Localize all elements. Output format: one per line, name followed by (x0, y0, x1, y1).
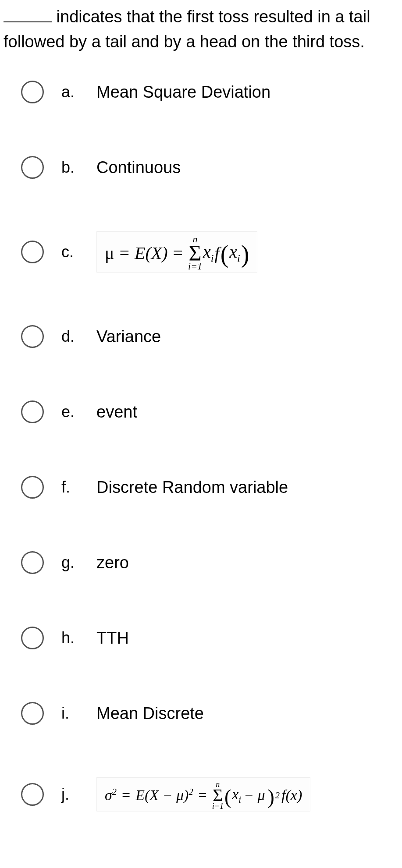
summation: n Σ i=1 (212, 780, 224, 810)
options-list: a. Mean Square Deviation b. Continuous c… (4, 81, 398, 811)
option-letter: e. (61, 403, 88, 421)
lparen: ( (221, 247, 229, 262)
option-text: TTH (96, 629, 129, 648)
option-f[interactable]: f. Discrete Random variable (21, 476, 398, 499)
option-letter: h. (61, 629, 88, 647)
radio-icon[interactable] (21, 241, 44, 263)
sq: 2 (189, 787, 193, 797)
sq: 2 (275, 790, 280, 801)
formula-c-content: μ = E(X) = n Σ i=1 xi f ( xi ) (105, 234, 249, 271)
option-g[interactable]: g. zero (21, 551, 398, 574)
sum-lower: i=1 (212, 802, 224, 810)
minus-mu: − μ (244, 787, 265, 804)
option-letter: f. (61, 478, 88, 496)
radio-icon[interactable] (21, 551, 44, 574)
ex-mu: E(X − μ)2 (135, 787, 193, 804)
x: x (232, 786, 238, 802)
option-letter: j. (61, 785, 88, 804)
option-i[interactable]: i. Mean Discrete (21, 702, 398, 725)
radio-icon[interactable] (21, 783, 44, 806)
rparen: ) (241, 247, 249, 262)
mu-symbol: μ (105, 243, 114, 263)
formula-image-j: σ2 = E(X − μ)2 = n Σ i=1 ( xi − μ ) 2 f(… (96, 777, 310, 811)
option-letter: g. (61, 553, 88, 572)
option-b[interactable]: b. Continuous (21, 156, 398, 179)
equals: = (122, 787, 130, 804)
x: x (229, 242, 237, 262)
fx: f(x) (281, 787, 302, 804)
xi: xi (203, 241, 213, 264)
expected-x: E(X) (135, 243, 168, 263)
sub-i: i (238, 794, 241, 804)
radio-icon[interactable] (21, 325, 44, 348)
option-letter: b. (61, 158, 88, 177)
option-letter: a. (61, 83, 88, 101)
option-text: Mean Discrete (96, 704, 204, 723)
xi2: xi (229, 241, 240, 264)
option-c[interactable]: c. μ = E(X) = n Σ i=1 xi f ( xi ) (21, 231, 398, 273)
sigma: σ2 (105, 787, 117, 804)
question-body: indicates that the first toss resulted i… (4, 7, 370, 51)
sigma-symbol: Σ (189, 244, 202, 262)
sum-lower: i=1 (188, 262, 202, 271)
question-text: indicates that the first toss resulted i… (4, 4, 398, 54)
radio-icon[interactable] (21, 81, 44, 103)
option-h[interactable]: h. TTH (21, 627, 398, 649)
equals: = (173, 243, 183, 263)
blank-line (4, 21, 52, 22)
xi: xi (232, 786, 241, 805)
rparen: ) (268, 791, 274, 803)
sub-i: i (211, 252, 214, 264)
sq: 2 (112, 787, 117, 797)
f: f (215, 243, 220, 263)
equals: = (199, 787, 207, 804)
lparen: ( (224, 791, 231, 803)
sub-i: i (237, 252, 240, 264)
option-e[interactable]: e. event (21, 400, 398, 423)
radio-icon[interactable] (21, 476, 44, 499)
equals: = (119, 243, 129, 263)
formula-image-c: μ = E(X) = n Σ i=1 xi f ( xi ) (96, 231, 257, 273)
option-text: Variance (96, 327, 161, 346)
option-d[interactable]: d. Variance (21, 325, 398, 348)
option-text: event (96, 403, 137, 422)
sigma-symbol: Σ (213, 788, 223, 802)
radio-icon[interactable] (21, 627, 44, 649)
option-letter: i. (61, 704, 88, 723)
radio-icon[interactable] (21, 702, 44, 725)
ex: E(X − μ) (135, 787, 189, 803)
option-a[interactable]: a. Mean Square Deviation (21, 81, 398, 103)
summation: n Σ i=1 (188, 234, 202, 271)
radio-icon[interactable] (21, 400, 44, 423)
sigma-sym: σ (105, 787, 112, 803)
option-j[interactable]: j. σ2 = E(X − μ)2 = n Σ i=1 ( xi − μ ) 2… (21, 777, 398, 811)
option-text: Discrete Random variable (96, 478, 288, 497)
x: x (203, 242, 211, 262)
option-letter: c. (61, 243, 88, 261)
option-text: Mean Square Deviation (96, 83, 270, 102)
option-text: zero (96, 553, 129, 572)
formula-j-content: σ2 = E(X − μ)2 = n Σ i=1 ( xi − μ ) 2 f(… (105, 780, 302, 810)
option-letter: d. (61, 327, 88, 346)
radio-icon[interactable] (21, 156, 44, 179)
option-text: Continuous (96, 158, 181, 177)
